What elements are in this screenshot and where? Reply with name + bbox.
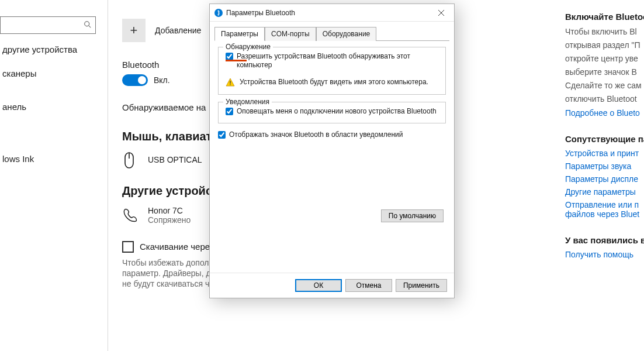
aside-para: открывая раздел "П	[565, 40, 644, 51]
aside-para: выберите значок B	[565, 67, 644, 78]
metered-download-checkbox[interactable]	[122, 241, 134, 253]
group-notifications: Уведомления Оповещать меня о подключении…	[218, 102, 446, 123]
link-other-settings[interactable]: Другие параметры	[565, 187, 644, 197]
tab-hardware[interactable]: Оборудование	[316, 27, 377, 41]
dialog-title: Параметры Bluetooth	[226, 9, 428, 17]
show-tray-icon-label: Отображать значок Bluetooth в области ув…	[229, 130, 403, 139]
nav-windows-ink-cut[interactable]: lows Ink	[0, 147, 108, 171]
nav-scanners[interactable]: сканеры	[0, 61, 108, 85]
svg-rect-7	[230, 84, 230, 85]
red-underline-annotation	[226, 60, 247, 61]
aside-para: отключить Bluetoot	[565, 94, 644, 105]
aside-heading-related: Сопутствующие пар	[565, 134, 644, 144]
discovery-warning-text: Устройства Bluetooth будут видеть имя эт…	[240, 78, 428, 87]
device-phone-status: Сопряжено	[148, 215, 191, 225]
settings-nav-rail: другие устройства сканеры анель lows Ink	[0, 0, 108, 351]
cancel-button[interactable]: Отмена	[345, 279, 392, 292]
aside-para: откройте центр уве	[565, 53, 644, 64]
tab-com-ports[interactable]: COM-порты	[265, 27, 316, 41]
show-tray-icon-checkbox[interactable]	[218, 131, 226, 139]
aside-heading-enable-bt: Включайте Bluetoo	[565, 12, 644, 22]
dialog-button-row: ОК Отмена Применить	[210, 273, 454, 298]
bluetooth-icon	[214, 9, 223, 17]
aside-para: Сделайте то же сам	[565, 80, 644, 91]
group-notifications-legend: Уведомления	[223, 98, 272, 106]
dialog-titlebar: Параметры Bluetooth	[210, 4, 454, 22]
settings-aside: Включайте Bluetoo Чтобы включить Bl откр…	[559, 0, 644, 351]
link-send-receive-bt[interactable]: Отправление или п файлов через Bluet	[565, 200, 644, 219]
add-device-label: Добавление	[155, 26, 201, 35]
add-device-button[interactable]: +	[122, 19, 146, 42]
link-sound-settings[interactable]: Параметры звука	[565, 161, 644, 171]
nav-panel-cut[interactable]: анель	[0, 95, 108, 119]
bluetooth-properties-dialog: Параметры Bluetooth Параметры COM-порты …	[209, 4, 455, 298]
phone-icon	[122, 207, 139, 223]
group-discovery: Обнаружение Разрешить устройствам Blueto…	[218, 47, 446, 95]
dialog-body: Обнаружение Разрешить устройствам Blueto…	[210, 41, 454, 273]
mouse-icon	[122, 152, 139, 168]
notify-new-device-checkbox[interactable]	[226, 108, 233, 115]
settings-search-box[interactable]	[0, 16, 96, 34]
svg-rect-6	[230, 81, 230, 84]
search-input[interactable]	[4, 20, 74, 30]
dialog-tabstrip: Параметры COM-порты Оборудование	[214, 26, 449, 41]
bluetooth-toggle[interactable]	[122, 74, 148, 86]
ok-button[interactable]: ОК	[295, 279, 342, 292]
defaults-button[interactable]: По умолчанию	[381, 209, 444, 222]
svg-line-1	[89, 25, 91, 27]
device-phone-name: Honor 7C	[148, 206, 191, 215]
aside-heading-questions: У вас появились в	[565, 235, 644, 245]
apply-button[interactable]: Применить	[396, 279, 447, 292]
link-more-about-bt[interactable]: Подробнее о Blueto	[565, 108, 644, 118]
svg-point-0	[85, 21, 89, 26]
warning-icon	[226, 78, 235, 87]
bluetooth-toggle-state: Вкл.	[154, 75, 170, 85]
tab-parameters[interactable]: Параметры	[214, 27, 265, 41]
link-get-help[interactable]: Получить помощь	[565, 250, 644, 259]
plus-icon: +	[130, 23, 138, 38]
close-icon	[438, 10, 444, 16]
aside-para: Чтобы включить Bl	[565, 26, 644, 37]
search-icon	[84, 20, 92, 30]
group-discovery-legend: Обнаружение	[223, 43, 273, 51]
link-display-settings[interactable]: Параметры диспле	[565, 174, 644, 184]
close-button[interactable]	[428, 4, 454, 22]
nav-other-devices[interactable]: другие устройства	[0, 37, 108, 61]
allow-discovery-label: Разрешить устройствам Bluetooth обнаружи…	[237, 52, 438, 70]
device-mouse-name: USB OPTICAL	[148, 155, 202, 164]
notify-new-device-label: Оповещать меня о подключении нового устр…	[237, 107, 437, 116]
link-devices-printers[interactable]: Устройства и принт	[565, 149, 644, 158]
